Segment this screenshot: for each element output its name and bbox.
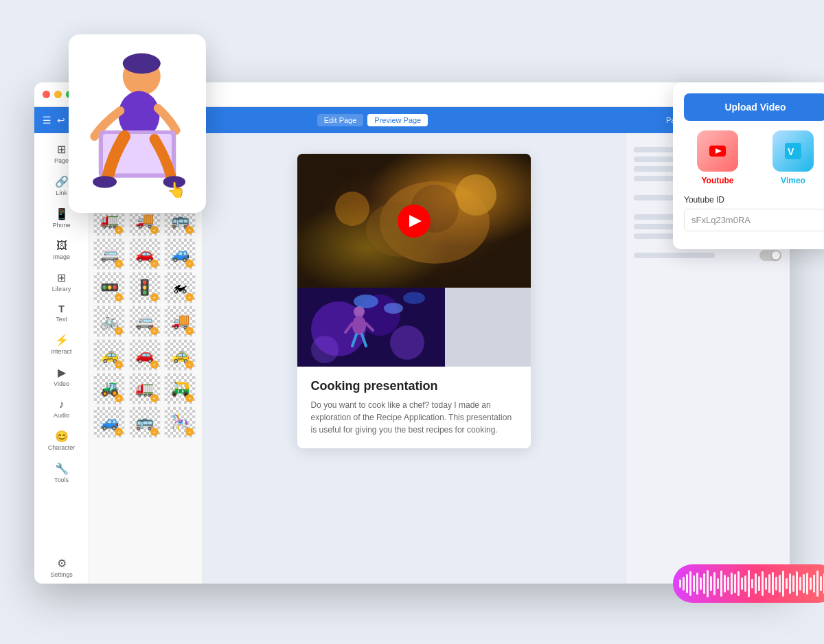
image-icon: 🖼 <box>56 240 67 252</box>
wave-bar <box>679 579 681 588</box>
food-video-thumbnail[interactable] <box>297 154 531 288</box>
icon-item[interactable]: 🚲 + <box>93 306 125 337</box>
tools-icon: 🔧 <box>55 462 69 475</box>
sidebar-item-audio[interactable]: ♪ Audio <box>38 394 85 423</box>
wave-bar <box>792 575 794 592</box>
page-card-content: Cooking presentation Do you want to cook… <box>297 367 531 448</box>
icon-item[interactable]: 🚙 + <box>93 406 125 438</box>
icon-item[interactable]: 🎠 + <box>164 406 196 438</box>
youtube-play-icon <box>708 141 727 161</box>
wave-bar <box>700 577 702 590</box>
wave-bar <box>803 574 805 593</box>
link-icon: 🔗 <box>55 175 69 188</box>
wave-bar <box>696 573 698 595</box>
svg-point-16 <box>354 295 378 308</box>
icon-item[interactable]: 🚕 + <box>93 339 125 371</box>
wave-bar <box>779 575 781 593</box>
youtube-id-label: Youtube ID <box>684 195 824 205</box>
wave-bar <box>813 575 815 593</box>
wave-bar <box>741 577 743 590</box>
audio-panel[interactable] <box>673 564 824 603</box>
sidebar-label-settings: Settings <box>50 571 73 578</box>
svg-point-24 <box>123 54 161 74</box>
wave-bar <box>748 570 750 597</box>
sidebar-item-settings[interactable]: ⚙ Settings <box>38 553 85 584</box>
icon-item[interactable]: 🚦 + <box>129 272 161 303</box>
youtube-label: Youtube <box>701 176 733 185</box>
video-options: Youtube V Vimeo <box>684 130 824 185</box>
icon-item[interactable]: 🚥 + <box>93 272 125 303</box>
wave-bar <box>731 573 733 595</box>
icon-item[interactable]: 🚗 + <box>129 339 161 371</box>
page-card: Cooking presentation Do you want to cook… <box>297 154 531 448</box>
wave-bar <box>707 570 709 597</box>
audio-icon: ♪ <box>59 398 65 411</box>
wave-bar <box>816 571 819 597</box>
sidebar-item-character[interactable]: 😊 Character <box>38 426 85 455</box>
icon-item[interactable]: 🚙 + <box>164 238 196 270</box>
toggle-label <box>634 253 715 258</box>
undo-icon[interactable]: ↩ <box>57 115 65 126</box>
play-button[interactable] <box>398 205 431 238</box>
wave-bar <box>820 576 822 591</box>
sidebar-item-tools[interactable]: 🔧 Tools <box>38 458 85 487</box>
youtube-option[interactable]: Youtube <box>684 130 751 185</box>
svg-point-28 <box>93 176 117 188</box>
vimeo-option[interactable]: V Vimeo <box>759 130 824 185</box>
icon-item[interactable]: 🛺 + <box>164 373 196 404</box>
icon-item[interactable]: 🚚 + <box>164 306 196 337</box>
minimize-dot[interactable] <box>54 91 62 98</box>
wave-bar <box>751 579 753 588</box>
svg-point-2 <box>455 174 496 216</box>
upload-video-panel: Upload Video Youtube V Vimeo Youtube ID <box>673 82 824 249</box>
icon-item[interactable]: 🚐 + <box>93 238 125 270</box>
sidebar-item-image[interactable]: 🖼 Image <box>38 235 85 264</box>
wave-bar <box>686 574 688 593</box>
icon-item[interactable]: 🚗 + <box>129 238 161 270</box>
upload-video-button[interactable]: Upload Video <box>684 93 824 121</box>
youtube-id-input[interactable] <box>684 209 824 231</box>
preview-page-button[interactable]: Preview Page <box>367 114 428 126</box>
wave-bar <box>710 576 712 591</box>
wave-bar <box>772 572 774 595</box>
sidebar-item-interact[interactable]: ⚡ Interact <box>38 330 85 359</box>
icon-item[interactable]: 🏍 + <box>164 272 196 303</box>
wave-bar <box>717 578 719 589</box>
svg-point-11 <box>352 316 366 335</box>
toggle-switch-2[interactable] <box>759 250 781 261</box>
wave-bar <box>727 577 729 590</box>
floating-person-card: 👆 <box>69 34 206 213</box>
menu-icon[interactable]: ☰ <box>43 115 52 126</box>
sidebar-label-character: Character <box>48 444 76 451</box>
svg-point-8 <box>390 325 424 360</box>
wave-bar <box>703 573 705 594</box>
icon-item[interactable]: 🚐 + <box>129 306 161 337</box>
sidebar-label-interact: Interact <box>51 348 71 355</box>
wave-bar <box>782 571 784 597</box>
wave-bar <box>810 577 812 590</box>
wave-bar <box>796 571 798 596</box>
wave-bar <box>689 571 691 596</box>
wave-bar <box>799 577 801 590</box>
page-card-dark-section <box>297 288 445 367</box>
wave-bar <box>765 577 767 590</box>
sidebar-item-text[interactable]: T Text <box>38 299 85 327</box>
icon-item[interactable]: 🚛 + <box>129 373 161 404</box>
close-dot[interactable] <box>43 91 50 98</box>
page-card-gray-section <box>445 288 531 367</box>
icon-item[interactable]: 🚕 + <box>164 339 196 371</box>
sidebar-item-video[interactable]: ▶ Video <box>38 362 85 391</box>
icon-item[interactable]: 🚌 + <box>129 406 161 438</box>
cursor-icon: 👆 <box>167 181 185 199</box>
wave-bar <box>786 578 788 589</box>
wave-bar <box>768 574 770 593</box>
person-illustration <box>69 34 206 213</box>
wave-bar <box>789 573 791 594</box>
wave-bar <box>758 576 760 591</box>
sidebar-item-library[interactable]: ⊞ Library <box>38 267 85 297</box>
text-icon: T <box>58 303 65 314</box>
icon-item[interactable]: 🚜 + <box>93 373 125 404</box>
edit-page-button[interactable]: Edit Page <box>317 114 364 126</box>
youtube-id-section: Youtube ID <box>684 195 824 231</box>
video-icon: ▶ <box>58 366 66 379</box>
